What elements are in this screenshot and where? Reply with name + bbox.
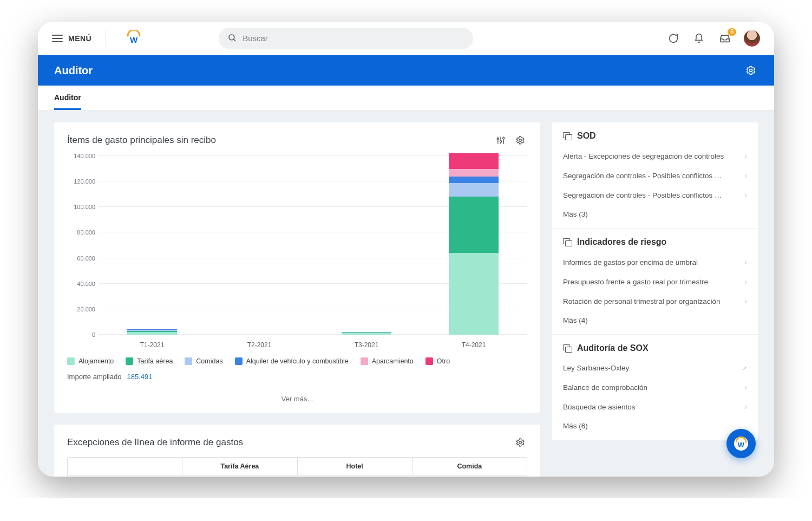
svg-point-10: [519, 139, 522, 142]
y-tick: 40.000: [77, 281, 95, 287]
stack-icon: [563, 344, 572, 352]
side-column: SODAlerta - Excepciones de segregación d…: [552, 122, 758, 465]
chevron-right-icon: ›: [744, 297, 747, 305]
side-item[interactable]: Alerta - Excepciones de segregación de c…: [563, 146, 747, 166]
main-column: Ítems de gasto principales sin recibo: [54, 122, 540, 465]
y-tick: 100.000: [74, 204, 95, 210]
exceptions-card: Excepciones de línea de informe de gasto…: [54, 425, 540, 477]
y-tick: 140.000: [74, 153, 95, 159]
svg-point-11: [519, 441, 522, 444]
y-tick: 120.000: [74, 178, 95, 185]
side-more[interactable]: Más (3): [563, 205, 747, 224]
side-item[interactable]: Rotación de personal trimestral por orga…: [563, 291, 747, 311]
legend-item[interactable]: Tarifa aérea: [126, 357, 173, 365]
exceptions-table-header: Tarifa Aérea Hotel Comida: [67, 457, 527, 476]
x-label: T1-2021: [99, 341, 206, 349]
workday-logo[interactable]: W: [125, 29, 143, 48]
x-label: T4-2021: [420, 341, 527, 349]
svg-point-5: [497, 138, 499, 140]
assistant-fab[interactable]: W: [726, 429, 756, 458]
menu-button[interactable]: MENÚ: [52, 34, 91, 43]
legend-item[interactable]: Otro: [425, 357, 450, 365]
chart-area: 020.00040.00060.00080.000100.000120.0001…: [67, 154, 527, 349]
menu-label: MENÚ: [68, 34, 91, 43]
bar-T4-2021[interactable]: [449, 153, 499, 335]
y-tick: 60.000: [77, 255, 95, 262]
search-icon: [227, 33, 237, 43]
svg-point-3: [750, 69, 752, 72]
side-item[interactable]: Segregación de controles - Posibles conf…: [563, 185, 747, 205]
y-tick: 80.000: [77, 229, 95, 236]
chart-more-link[interactable]: Ver más...: [67, 395, 527, 403]
top-actions: 5: [666, 30, 760, 47]
chevron-right-icon: ›: [744, 152, 747, 160]
x-label: T2-2021: [206, 341, 313, 349]
content: Ítems de gasto principales sin recibo: [38, 110, 774, 477]
chevron-right-icon: ›: [744, 277, 747, 286]
inbox-badge: 5: [728, 28, 736, 36]
exceptions-settings-icon[interactable]: [513, 435, 527, 450]
svg-text:W: W: [130, 35, 138, 44]
page-settings-icon[interactable]: [744, 63, 758, 77]
side-more[interactable]: Más (4): [563, 311, 747, 330]
expense-chart-card: Ítems de gasto principales sin recibo: [54, 122, 540, 413]
side-section-title: SOD: [577, 131, 596, 141]
side-section-title: Auditoría de SOX: [577, 343, 649, 353]
chevron-right-icon: ›: [744, 258, 747, 266]
total-value: 185.491: [127, 373, 152, 381]
th-col3[interactable]: Comida: [412, 458, 527, 475]
y-tick: 0: [92, 331, 95, 338]
chevron-right-icon: ›: [744, 171, 747, 180]
th-col0: [68, 458, 182, 475]
app-frame: MENÚ W 5: [38, 22, 774, 477]
svg-point-9: [503, 138, 505, 139]
chat-icon[interactable]: [666, 31, 680, 45]
inbox-icon[interactable]: 5: [718, 31, 732, 45]
side-section-title: Indicadores de riesgo: [577, 237, 666, 247]
chart-legend: AlojamientoTarifa aéreaComidasAlquiler d…: [67, 357, 527, 365]
th-col1[interactable]: Tarifa Aérea: [182, 458, 297, 475]
legend-item[interactable]: Comidas: [185, 357, 222, 365]
titlebar: Auditor: [38, 55, 774, 86]
search-input[interactable]: [219, 28, 473, 49]
svg-line-2: [234, 39, 235, 41]
side-item[interactable]: Presupuesto frente a gasto real por trim…: [563, 272, 747, 291]
side-item[interactable]: Búsqueda de asientos›: [563, 397, 747, 416]
avatar[interactable]: [744, 30, 760, 47]
svg-text:W: W: [738, 441, 745, 449]
y-tick: 20.000: [77, 306, 95, 312]
bar-T1-2021[interactable]: [127, 302, 177, 335]
legend-item[interactable]: Aparcamiento: [361, 357, 414, 365]
page-title: Auditor: [54, 64, 93, 77]
chart-title: Ítems de gasto principales sin recibo: [67, 135, 216, 146]
x-label: T3-2021: [313, 341, 420, 349]
search-container: [219, 28, 473, 49]
th-col2[interactable]: Hotel: [297, 458, 412, 475]
side-card: SODAlerta - Excepciones de segregación d…: [552, 122, 758, 440]
chevron-right-icon: ›: [744, 402, 747, 411]
chart-settings-icon[interactable]: [513, 133, 527, 147]
side-section: Auditoría de SOXLey Sarbanes-Oxley↗Balan…: [552, 335, 758, 440]
side-item[interactable]: Segregación de controles - Posibles conf…: [563, 166, 747, 185]
legend-item[interactable]: Alojamiento: [67, 357, 114, 365]
side-more[interactable]: Más (6): [563, 416, 747, 435]
svg-point-7: [500, 141, 501, 142]
legend-item[interactable]: Alquiler de vehículo y combustible: [235, 357, 349, 365]
side-item[interactable]: Informes de gastos por encima de umbral›: [563, 252, 747, 272]
external-link-icon: ↗: [742, 364, 747, 372]
side-item[interactable]: Balance de comprobación›: [563, 377, 747, 397]
tabs: Auditor: [38, 86, 774, 110]
total-label: Importe ampliado: [67, 373, 121, 381]
bell-icon[interactable]: [692, 31, 706, 45]
topbar: MENÚ W 5: [38, 22, 774, 55]
hamburger-icon: [52, 35, 63, 42]
side-section: SODAlerta - Excepciones de segregación d…: [552, 122, 758, 229]
chevron-right-icon: ›: [744, 383, 747, 392]
side-item[interactable]: Ley Sarbanes-Oxley↗: [563, 359, 747, 377]
chevron-right-icon: ›: [744, 191, 747, 199]
tab-auditor[interactable]: Auditor: [54, 93, 81, 110]
chart-config-icon[interactable]: [494, 133, 508, 147]
bar-T2-2021[interactable]: [234, 334, 284, 335]
divider: [106, 30, 106, 47]
bar-T3-2021[interactable]: [342, 312, 391, 335]
